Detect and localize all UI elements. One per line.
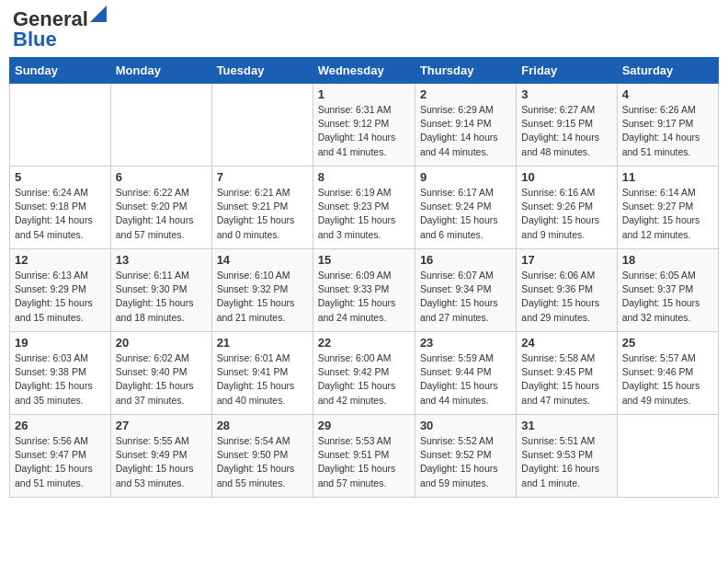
- calendar-cell: [617, 415, 718, 498]
- day-info: Sunrise: 5:52 AM Sunset: 9:52 PM Dayligh…: [420, 434, 511, 490]
- day-number: 2: [420, 87, 511, 101]
- calendar-cell: 9Sunrise: 6:17 AM Sunset: 9:24 PM Daylig…: [415, 167, 516, 249]
- logo: General Blue: [13, 9, 107, 50]
- day-number: 29: [318, 419, 410, 432]
- calendar-cell: 3Sunrise: 6:27 AM Sunset: 9:15 PM Daylig…: [517, 84, 617, 167]
- day-info: Sunrise: 6:21 AM Sunset: 9:21 PM Dayligh…: [217, 186, 308, 242]
- day-number: 16: [420, 253, 511, 267]
- calendar-cell: 15Sunrise: 6:09 AM Sunset: 9:33 PM Dayli…: [313, 249, 415, 332]
- day-info: Sunrise: 6:10 AM Sunset: 9:32 PM Dayligh…: [217, 269, 308, 325]
- day-number: 6: [116, 170, 207, 184]
- day-number: 8: [318, 170, 410, 184]
- day-number: 28: [217, 419, 308, 432]
- day-number: 20: [116, 336, 207, 350]
- day-info: Sunrise: 6:29 AM Sunset: 9:14 PM Dayligh…: [420, 103, 511, 159]
- day-of-week-header: Tuesday: [211, 58, 313, 84]
- page-header: General Blue: [9, 9, 719, 50]
- calendar-cell: 25Sunrise: 5:57 AM Sunset: 9:46 PM Dayli…: [617, 332, 718, 415]
- day-number: 4: [622, 87, 713, 101]
- day-number: 11: [622, 170, 713, 184]
- day-info: Sunrise: 5:51 AM Sunset: 9:53 PM Dayligh…: [521, 434, 611, 490]
- day-number: 3: [521, 87, 611, 101]
- calendar-cell: 20Sunrise: 6:02 AM Sunset: 9:40 PM Dayli…: [110, 332, 211, 415]
- calendar-cell: 13Sunrise: 6:11 AM Sunset: 9:30 PM Dayli…: [110, 249, 211, 332]
- day-info: Sunrise: 5:54 AM Sunset: 9:50 PM Dayligh…: [217, 434, 308, 490]
- calendar-cell: 8Sunrise: 6:19 AM Sunset: 9:23 PM Daylig…: [313, 167, 415, 249]
- day-info: Sunrise: 5:53 AM Sunset: 9:51 PM Dayligh…: [318, 434, 410, 490]
- day-info: Sunrise: 5:59 AM Sunset: 9:44 PM Dayligh…: [420, 351, 511, 408]
- logo-icon: [90, 6, 107, 22]
- calendar-cell: 10Sunrise: 6:16 AM Sunset: 9:26 PM Dayli…: [517, 167, 617, 249]
- day-number: 10: [521, 170, 611, 184]
- day-of-week-header: Wednesday: [313, 58, 415, 84]
- day-info: Sunrise: 6:09 AM Sunset: 9:33 PM Dayligh…: [318, 269, 410, 325]
- day-of-week-header: Friday: [517, 58, 617, 84]
- day-number: 15: [318, 253, 410, 267]
- day-info: Sunrise: 6:22 AM Sunset: 9:20 PM Dayligh…: [116, 186, 207, 242]
- calendar-week-row: 5Sunrise: 6:24 AM Sunset: 9:18 PM Daylig…: [10, 167, 719, 249]
- day-info: Sunrise: 5:58 AM Sunset: 9:45 PM Dayligh…: [521, 351, 611, 408]
- day-info: Sunrise: 5:56 AM Sunset: 9:47 PM Dayligh…: [15, 434, 106, 490]
- calendar-cell: 14Sunrise: 6:10 AM Sunset: 9:32 PM Dayli…: [211, 249, 313, 332]
- day-info: Sunrise: 6:06 AM Sunset: 9:36 PM Dayligh…: [521, 269, 611, 325]
- day-of-week-header: Monday: [110, 58, 211, 84]
- calendar-cell: [110, 84, 211, 167]
- day-number: 13: [116, 253, 207, 267]
- calendar-cell: [211, 84, 313, 167]
- calendar-week-row: 26Sunrise: 5:56 AM Sunset: 9:47 PM Dayli…: [10, 415, 719, 498]
- day-number: 30: [420, 419, 511, 432]
- calendar-week-row: 12Sunrise: 6:13 AM Sunset: 9:29 PM Dayli…: [10, 249, 719, 332]
- calendar-cell: 6Sunrise: 6:22 AM Sunset: 9:20 PM Daylig…: [110, 167, 211, 249]
- day-number: 14: [217, 253, 308, 267]
- day-info: Sunrise: 6:17 AM Sunset: 9:24 PM Dayligh…: [420, 186, 511, 242]
- day-info: Sunrise: 6:13 AM Sunset: 9:29 PM Dayligh…: [15, 269, 106, 325]
- calendar-week-row: 1Sunrise: 6:31 AM Sunset: 9:12 PM Daylig…: [10, 84, 719, 167]
- calendar-cell: 17Sunrise: 6:06 AM Sunset: 9:36 PM Dayli…: [517, 249, 617, 332]
- calendar-cell: 28Sunrise: 5:54 AM Sunset: 9:50 PM Dayli…: [211, 415, 313, 498]
- calendar-header-row: SundayMondayTuesdayWednesdayThursdayFrid…: [10, 58, 719, 84]
- day-number: 12: [15, 253, 106, 267]
- calendar-cell: 29Sunrise: 5:53 AM Sunset: 9:51 PM Dayli…: [313, 415, 415, 498]
- day-number: 5: [15, 170, 106, 184]
- day-info: Sunrise: 6:27 AM Sunset: 9:15 PM Dayligh…: [521, 103, 611, 159]
- calendar-cell: 12Sunrise: 6:13 AM Sunset: 9:29 PM Dayli…: [10, 249, 111, 332]
- calendar-cell: 19Sunrise: 6:03 AM Sunset: 9:38 PM Dayli…: [10, 332, 111, 415]
- day-info: Sunrise: 6:07 AM Sunset: 9:34 PM Dayligh…: [420, 269, 511, 325]
- day-number: 23: [420, 336, 511, 350]
- calendar-cell: 16Sunrise: 6:07 AM Sunset: 9:34 PM Dayli…: [415, 249, 516, 332]
- svg-marker-0: [90, 6, 107, 22]
- day-info: Sunrise: 5:57 AM Sunset: 9:46 PM Dayligh…: [622, 351, 713, 408]
- day-number: 26: [15, 419, 106, 432]
- day-number: 18: [622, 253, 713, 267]
- calendar-cell: 30Sunrise: 5:52 AM Sunset: 9:52 PM Dayli…: [415, 415, 516, 498]
- day-of-week-header: Sunday: [10, 58, 111, 84]
- calendar-cell: 11Sunrise: 6:14 AM Sunset: 9:27 PM Dayli…: [617, 167, 718, 249]
- day-number: 27: [116, 419, 207, 432]
- calendar-cell: 24Sunrise: 5:58 AM Sunset: 9:45 PM Dayli…: [517, 332, 617, 415]
- calendar-cell: 27Sunrise: 5:55 AM Sunset: 9:49 PM Dayli…: [110, 415, 211, 498]
- day-info: Sunrise: 6:26 AM Sunset: 9:17 PM Dayligh…: [622, 103, 713, 159]
- day-number: 21: [217, 336, 308, 350]
- calendar-table: SundayMondayTuesdayWednesdayThursdayFrid…: [9, 57, 719, 498]
- logo-blue-text: Blue: [13, 28, 57, 51]
- day-of-week-header: Thursday: [415, 58, 516, 84]
- day-info: Sunrise: 6:02 AM Sunset: 9:40 PM Dayligh…: [116, 351, 207, 408]
- day-info: Sunrise: 6:14 AM Sunset: 9:27 PM Dayligh…: [622, 186, 713, 242]
- day-info: Sunrise: 6:01 AM Sunset: 9:41 PM Dayligh…: [217, 351, 308, 408]
- day-info: Sunrise: 6:19 AM Sunset: 9:23 PM Dayligh…: [318, 186, 410, 242]
- day-of-week-header: Saturday: [617, 58, 718, 84]
- day-number: 17: [521, 253, 611, 267]
- day-info: Sunrise: 6:24 AM Sunset: 9:18 PM Dayligh…: [15, 186, 106, 242]
- calendar-cell: 22Sunrise: 6:00 AM Sunset: 9:42 PM Dayli…: [313, 332, 415, 415]
- day-number: 1: [318, 87, 410, 101]
- day-info: Sunrise: 6:11 AM Sunset: 9:30 PM Dayligh…: [116, 269, 207, 325]
- calendar-cell: 26Sunrise: 5:56 AM Sunset: 9:47 PM Dayli…: [10, 415, 111, 498]
- day-info: Sunrise: 6:05 AM Sunset: 9:37 PM Dayligh…: [622, 269, 713, 325]
- calendar-cell: 18Sunrise: 6:05 AM Sunset: 9:37 PM Dayli…: [617, 249, 718, 332]
- day-number: 9: [420, 170, 511, 184]
- calendar-cell: [10, 84, 111, 167]
- day-number: 25: [622, 336, 713, 350]
- calendar-cell: 7Sunrise: 6:21 AM Sunset: 9:21 PM Daylig…: [211, 167, 313, 249]
- day-number: 19: [15, 336, 106, 350]
- day-number: 31: [521, 419, 611, 432]
